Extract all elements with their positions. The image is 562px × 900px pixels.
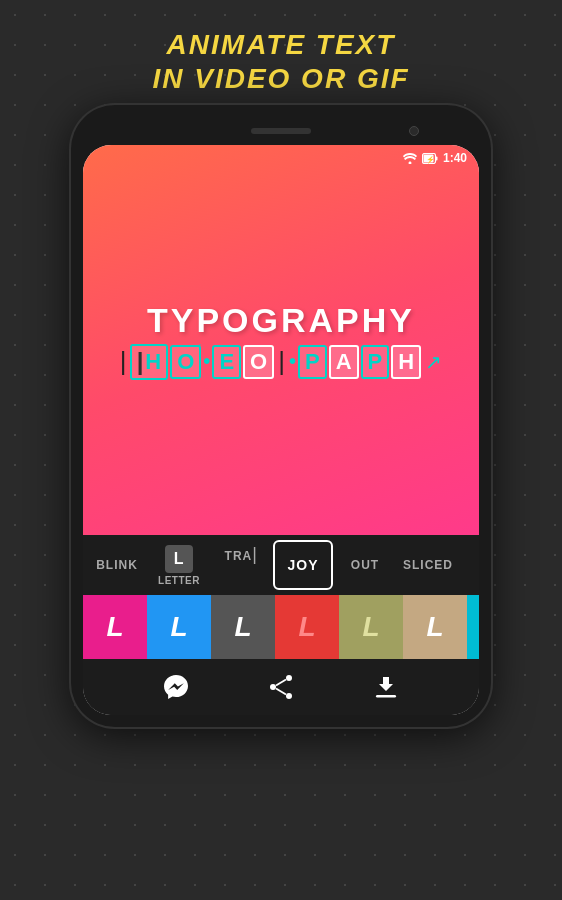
download-button[interactable] [364,665,408,709]
svg-rect-9 [376,695,396,698]
svg-point-6 [286,693,292,699]
font-swatches[interactable]: L L L L L [83,595,479,659]
anim-char-bullet2: • [289,350,296,373]
anim-char-a: A [329,345,359,379]
phone-speaker [251,128,311,134]
tab-out[interactable]: OUT [335,540,395,590]
tab-tra-cursor: | [252,544,257,565]
messenger-icon [162,673,190,701]
anim-char-p1: P [298,345,327,379]
header-title: ANIMATE TEXT IN VIDEO OR GIF [0,28,562,95]
tab-out-label: OUT [351,558,379,572]
anim-char-p2: P [361,345,390,379]
swatch-blue[interactable]: L [147,595,211,659]
svg-line-8 [276,689,286,695]
tab-blink-label: BLINK [96,558,138,572]
bottom-panel: BLINK L LETTER TRA | JOY OUT [83,535,479,715]
typography-label: TYPOGRAPHY [147,301,415,339]
time-display: 1:40 [443,151,467,165]
svg-rect-2 [435,156,437,160]
messenger-button[interactable] [154,665,198,709]
swatch-teal[interactable]: L [467,595,479,659]
left-accent-bar [83,595,89,659]
swatch-pink[interactable]: L [83,595,147,659]
cursor-bar-mid: | [278,346,285,377]
tab-joy-label: JOY [287,557,318,573]
animation-tabs: BLINK L LETTER TRA | JOY OUT [83,535,479,595]
phone: ⚡ 1:40 TYPOGRAPHY | H O´ • E O [71,105,491,727]
swatch-olive[interactable]: L [339,595,403,659]
tab-sliced[interactable]: SLICED [397,540,459,590]
swatch-red[interactable]: L [275,595,339,659]
phone-container: ⚡ 1:40 TYPOGRAPHY | H O´ • E O [0,105,562,727]
header-line1: ANIMATE TEXT [0,28,562,62]
tab-sliced-label: SLICED [403,558,453,572]
anim-char-h: H [130,344,169,380]
swatch-gray[interactable]: L [211,595,275,659]
anim-arrow: ↗ [425,350,442,374]
tab-tra[interactable]: TRA | [211,540,271,590]
battery-icon: ⚡ [422,153,438,164]
anim-char-e: E [212,345,241,379]
phone-screen: ⚡ 1:40 TYPOGRAPHY | H O´ • E O [83,145,479,715]
anim-char-h2: H [391,345,421,379]
wifi-icon [403,153,417,164]
tab-letter-label: LETTER [158,575,200,586]
status-bar: ⚡ 1:40 [403,151,467,165]
animated-text-row: | H O´ • E O | • P A P H ↗ [120,344,442,380]
cursor-bar-left: | [120,346,127,377]
svg-point-5 [270,684,276,690]
share-button[interactable] [259,665,303,709]
svg-point-4 [286,675,292,681]
swatches-container: L L L L L [83,595,479,659]
canvas-area: TYPOGRAPHY | H O´ • E O | • P A P [83,145,479,535]
tab-letter[interactable]: L LETTER [149,540,209,590]
phone-notch [83,117,479,145]
tab-tra-label: TRA [225,549,253,563]
anim-char-o1: O´ [170,345,201,379]
header: ANIMATE TEXT IN VIDEO OR GIF [0,0,562,105]
anim-char-bullet: • [203,350,210,373]
swatch-tan[interactable]: L [403,595,467,659]
share-icon [267,673,295,701]
tab-blink[interactable]: BLINK [87,540,147,590]
svg-text:⚡: ⚡ [426,155,435,164]
tab-joy[interactable]: JOY [273,540,333,590]
header-line2: IN VIDEO OR GIF [0,62,562,96]
anim-char-o2: O [243,345,274,379]
download-icon [372,673,400,701]
svg-line-7 [276,680,286,686]
main-typography-text: TYPOGRAPHY [147,301,415,340]
tab-letter-icon: L [165,545,193,573]
phone-camera [409,126,419,136]
action-bar [83,659,479,715]
